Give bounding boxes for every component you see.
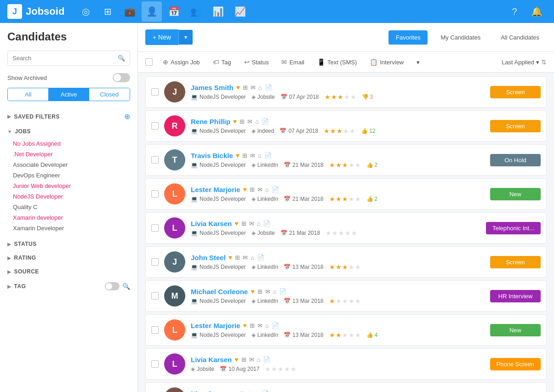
nav-icon-jobs[interactable]: ⊞ [97, 1, 118, 22]
jobs-filter-item[interactable]: .Net Developer [7, 149, 130, 159]
favorite-icon[interactable]: ♥ [236, 152, 240, 159]
candidate-checkbox[interactable] [151, 156, 159, 164]
nav-icon-dashboard[interactable]: ◎ [75, 1, 96, 22]
jobs-filter-item[interactable]: NodeJS Developer [7, 191, 130, 202]
new-button-arrow[interactable]: ▾ [178, 30, 193, 45]
jobs-filter-item[interactable]: Associate Developer [7, 159, 130, 170]
tag-search-icon[interactable]: 🔍 [122, 283, 130, 290]
favorite-icon[interactable]: ♥ [243, 322, 247, 329]
candidate-name[interactable]: Travis Bickle [191, 152, 233, 159]
status-badge[interactable]: Phone Screen [490, 358, 541, 370]
nav-icon-help[interactable]: ? [504, 1, 525, 22]
candidate-checkbox[interactable] [151, 258, 159, 266]
status-badge[interactable]: HR Interview [490, 290, 541, 302]
jobs-filter-item[interactable]: DevOps Engineer [7, 170, 130, 181]
rating-section[interactable]: ▶ RATING [7, 251, 130, 265]
favorite-icon[interactable]: ♥ [228, 254, 232, 261]
filter-tab-all[interactable]: All [8, 88, 48, 101]
filter-tab-active[interactable]: Active [48, 88, 89, 101]
tab-my-candidates[interactable]: My Candidates [433, 30, 488, 45]
tag-toggle[interactable] [105, 282, 120, 290]
tab-favorites[interactable]: Favorites [388, 30, 428, 45]
status-badge[interactable]: Screen [490, 86, 541, 98]
date-icon: 📅 [280, 230, 287, 236]
candidate-checkbox[interactable] [151, 360, 159, 368]
status-badge[interactable]: New [490, 324, 541, 336]
search-box[interactable]: 🔍 [7, 51, 130, 66]
candidate-name[interactable]: Michael Corleone [191, 288, 248, 295]
interview-button[interactable]: 📋 Interview [367, 57, 406, 68]
jobs-filter-item[interactable]: Quality C [7, 202, 130, 212]
assign-job-button[interactable]: ⊕ Assign Job [160, 57, 203, 68]
star-rating: ★★★★★ [325, 93, 356, 101]
search-input[interactable] [12, 55, 114, 62]
tag-button[interactable]: 🏷 Tag [210, 57, 234, 68]
status-badge[interactable]: Screen [490, 120, 541, 132]
status-button[interactable]: ↩ Status [241, 57, 272, 68]
candidate-name[interactable]: James Smith [191, 84, 234, 91]
source-section[interactable]: ▶ SOURCE [7, 265, 130, 278]
logo[interactable]: J Jobsoid [7, 4, 64, 19]
email-button[interactable]: ✉ Email [279, 57, 307, 68]
candidate-checkbox[interactable] [151, 224, 159, 232]
candidate-name[interactable]: Livia Karsen [191, 356, 232, 364]
nav-icon-candidates[interactable]: 👤 [142, 1, 162, 22]
status-badge[interactable]: Telephonic Int... [486, 222, 541, 234]
favorite-icon[interactable]: ♥ [234, 356, 238, 363]
favorite-icon[interactable]: ♥ [243, 186, 247, 193]
home-icon: ⌂ [257, 220, 261, 227]
status-badge[interactable]: New [490, 188, 541, 200]
job-label: NodeJS Developer [200, 162, 246, 168]
candidate-checkbox[interactable] [151, 122, 159, 130]
text-sms-button[interactable]: 📱 Text (SMS) [314, 57, 360, 68]
job-label: NodeJS Developer [200, 94, 246, 100]
candidate-name[interactable]: Livia Karsen [191, 220, 232, 227]
jobs-section[interactable]: ▼ JOBS [7, 125, 130, 138]
candidate-name[interactable]: Nina Sayers [191, 390, 230, 392]
tab-all-candidates[interactable]: All Candidates [493, 30, 547, 45]
jobs-filter-item[interactable]: Xamarin Developer [7, 223, 130, 233]
favorite-icon[interactable]: ♥ [251, 288, 254, 295]
status-badge[interactable]: Screen [490, 256, 541, 268]
date-label: 21 Mar 2018 [292, 196, 323, 202]
favorite-icon[interactable]: ♥ [233, 118, 237, 125]
new-button-label[interactable]: + New [145, 29, 178, 45]
doc-icon: 📄 [265, 84, 272, 91]
saved-filters-section[interactable]: ▶ SAVED FILTERS ⊕ [7, 108, 130, 125]
status-badge[interactable]: On Hold [490, 154, 541, 166]
date-label: 21 Mar 2018 [292, 162, 323, 168]
candidate-info: Livia Karsen ♥ ⊞ ✉ ⌂ 📄 💻NodeJS Developer… [191, 220, 480, 237]
select-all-checkbox[interactable] [145, 58, 153, 66]
candidate-checkbox[interactable] [151, 326, 159, 334]
status-section[interactable]: ▶ STATUS [7, 237, 130, 251]
filter-tabs: All Active Closed [7, 88, 130, 101]
show-archived-toggle[interactable] [113, 73, 130, 82]
favorite-icon[interactable]: ♥ [234, 220, 238, 227]
nav-icon-team[interactable]: 👥 [186, 1, 206, 22]
candidate-name[interactable]: Lester Marjorie [191, 186, 240, 193]
candidate-name[interactable]: Rene Phillip [191, 118, 230, 125]
more-actions-button[interactable]: ▾ [414, 57, 423, 68]
favorite-icon[interactable]: ♥ [236, 84, 240, 91]
jobs-filter-item[interactable]: Junior Web developer [7, 181, 130, 191]
favorite-icon[interactable]: ♥ [233, 390, 237, 392]
candidate-name[interactable]: John Steel [191, 254, 226, 261]
candidate-name[interactable]: Lester Marjorie [191, 322, 240, 330]
sort-button[interactable]: Last Applied ▾ ⇅ [502, 58, 547, 66]
candidate-checkbox[interactable] [151, 190, 159, 198]
home-icon: ⌂ [265, 186, 269, 193]
candidate-row: L Lester Marjorie ♥ ⊞ ✉ ⌂ 📄 💻NodeJS Deve… [145, 178, 547, 210]
jobs-filter-item[interactable]: No Jobs Assigned [7, 138, 130, 149]
nav-icon-analytics[interactable]: 📈 [230, 1, 250, 22]
nav-icon-notifications[interactable]: 🔔 [526, 1, 547, 22]
filter-tab-closed[interactable]: Closed [89, 88, 130, 101]
nav-icon-calendar[interactable]: 📅 [164, 1, 184, 22]
new-button[interactable]: + New ▾ [145, 29, 193, 45]
jobs-filter-item[interactable]: Xamarin developer [7, 212, 130, 223]
candidate-checkbox[interactable] [151, 88, 159, 96]
candidate-checkbox[interactable] [151, 292, 159, 300]
saved-filters-add[interactable]: ⊕ [124, 112, 130, 121]
nav-icon-reports[interactable]: 📊 [208, 1, 228, 22]
nav-icon-briefcase[interactable]: 💼 [120, 1, 140, 22]
tag-section[interactable]: ▶ TAG 🔍 [7, 278, 130, 294]
